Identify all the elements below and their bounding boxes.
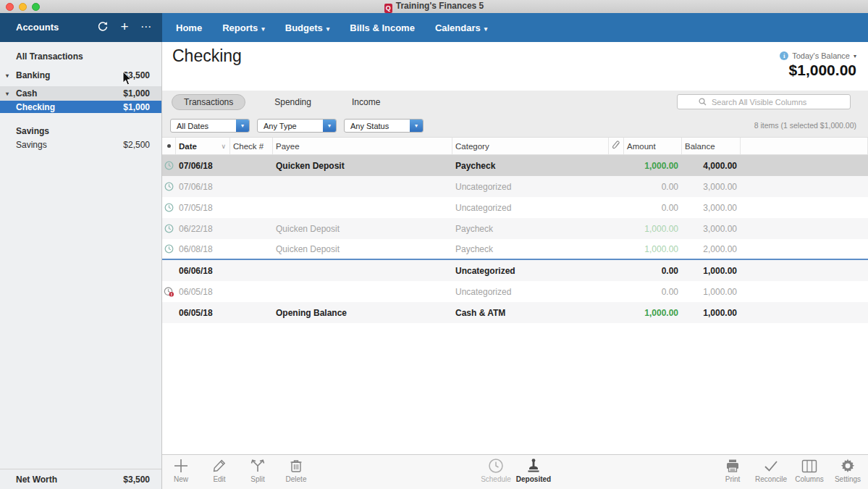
amount-cell: 0.00 [624, 197, 682, 218]
filter-select-any-type[interactable]: Any Type▾ [257, 119, 337, 133]
columns-button[interactable]: Columns [791, 457, 828, 483]
sidebar-item-checking[interactable]: Checking$1,000 [0, 101, 161, 113]
date-value: 06/05/18 [179, 308, 213, 318]
filter-select-any-status[interactable]: Any Status▾ [344, 119, 424, 133]
column-header-category[interactable]: Category [452, 138, 609, 154]
table-row[interactable]: 06/05/18Uncategorized0.001,000.00 [162, 281, 868, 302]
split-icon [239, 457, 277, 475]
attachment-cell [609, 218, 624, 239]
tab-spending[interactable]: Spending [263, 95, 323, 109]
sidebar-item-cash[interactable]: ▾Cash$1,000 [0, 86, 161, 101]
sidebar-item-value: $1,000 [123, 102, 150, 112]
payee-value: Opening Balance [276, 308, 347, 318]
settings-button[interactable]: Settings [829, 457, 867, 483]
deposited-button[interactable]: Deposited [515, 457, 552, 483]
toolbar-button-label: Edit [201, 475, 238, 483]
column-header-amount[interactable]: Amount [624, 138, 682, 154]
spacer-cell [741, 176, 868, 197]
add-account-button[interactable]: + [117, 20, 132, 34]
search-input[interactable] [710, 97, 829, 107]
more-options-button[interactable]: ⋯ [139, 20, 153, 34]
table-row[interactable]: 06/22/18Quicken DepositPaycheck1,000.003… [162, 218, 868, 239]
category-value: Cash & ATM [455, 308, 505, 318]
plus-icon [162, 457, 200, 475]
attachment-cell [609, 155, 624, 176]
category-value: Paycheck [455, 161, 495, 171]
sidebar-item-savings[interactable]: Savings$2,500 [0, 138, 161, 151]
reconcile-button[interactable]: Reconcile [752, 457, 790, 483]
schedule-button[interactable]: Schedule [477, 457, 515, 483]
category-value: Uncategorized [455, 182, 511, 192]
tab-transactions[interactable]: Transactions [172, 94, 245, 110]
date-cell: 07/06/18 [176, 155, 230, 176]
nav-item-label: Bills & Income [350, 22, 415, 33]
nav-item-reports[interactable]: Reports▾ [222, 22, 265, 33]
date-cell: 07/06/18 [176, 176, 230, 197]
sidebar-item-all-transactions[interactable]: All Transactions [0, 49, 161, 64]
printer-icon [714, 457, 751, 475]
column-header-status[interactable] [162, 138, 176, 154]
amount-value: 0.00 [662, 182, 678, 192]
payee-value: Quicken Deposit [276, 224, 340, 234]
balance-caret-icon[interactable]: ▾ [854, 53, 856, 59]
nav-item-bills-income[interactable]: Bills & Income [350, 22, 415, 33]
edit-button[interactable]: Edit [201, 457, 238, 483]
search-box[interactable] [677, 94, 851, 109]
column-header-spacer[interactable] [741, 138, 868, 154]
sidebar-item-label: Savings [16, 140, 47, 150]
balance-value: 4,000.00 [703, 161, 737, 171]
toolbar-button-label: Split [239, 475, 277, 483]
nav-item-label: Home [176, 22, 202, 33]
sidebar-item-label: Checking [16, 102, 55, 112]
toolbar-button-label: Columns [791, 475, 828, 483]
nav-item-home[interactable]: Home [176, 22, 202, 33]
clock-icon [477, 457, 515, 475]
split-button[interactable]: Split [239, 457, 277, 483]
clock-alert-icon [162, 281, 176, 302]
table-row[interactable]: 06/05/18Opening BalanceCash & ATM1,000.0… [162, 302, 868, 323]
balance-label[interactable]: Today's Balance [792, 51, 850, 60]
sidebar-item-banking[interactable]: ▾Banking$3,500 [0, 68, 161, 83]
balance-cell: 1,000.00 [682, 281, 741, 302]
filter-select-all-dates[interactable]: All Dates▾ [170, 119, 250, 133]
accounts-header: Accounts + ⋯ [0, 13, 162, 42]
chevron-down-icon: ▾ [261, 25, 265, 33]
tab-income[interactable]: Income [340, 95, 392, 109]
nav-item-calendars[interactable]: Calendars▾ [435, 22, 487, 33]
table-row[interactable]: 06/06/18Uncategorized0.001,000.00 [162, 260, 868, 281]
net-worth-label: Net Worth [16, 475, 57, 485]
spacer-cell [741, 281, 868, 302]
disclosure-triangle-icon[interactable]: ▾ [6, 72, 9, 79]
column-header-date[interactable]: Date∨ [176, 138, 230, 154]
info-icon[interactable]: i [780, 51, 788, 60]
delete-button[interactable]: Delete [277, 457, 315, 483]
column-header-attachment[interactable] [609, 138, 624, 154]
nav-item-label: Reports [222, 22, 258, 33]
balance-cell: 3,000.00 [682, 197, 741, 218]
toolbar-button-label: Deposited [515, 475, 552, 483]
balance-value: 3,000.00 [703, 182, 737, 192]
nav-item-budgets[interactable]: Budgets▾ [285, 22, 330, 33]
quicken-doc-icon: Q [384, 4, 392, 13]
new-button[interactable]: New [162, 457, 200, 483]
spacer-cell [741, 260, 868, 281]
column-header-balance[interactable]: Balance [682, 138, 741, 154]
table-row[interactable]: 06/08/18Quicken DepositPaycheck1,000.002… [162, 239, 868, 260]
print-button[interactable]: Print [714, 457, 751, 483]
balance-value: 1,000.00 [703, 308, 737, 318]
table-row[interactable]: 07/05/18Uncategorized0.003,000.00 [162, 197, 868, 218]
payee-value: Quicken Deposit [276, 244, 340, 254]
column-header-check[interactable]: Check # [230, 138, 273, 154]
column-header-label: Date [179, 142, 197, 151]
sidebar-item-savings[interactable]: Savings [0, 124, 161, 138]
sidebar-item-label: Banking [16, 70, 50, 80]
column-header-payee[interactable]: Payee [273, 138, 452, 154]
disclosure-triangle-icon[interactable]: ▾ [6, 91, 9, 97]
upcoming-clock-icon [162, 218, 176, 239]
attachment-cell [609, 239, 624, 259]
refresh-icon[interactable] [96, 20, 110, 34]
table-row[interactable]: 07/06/18Uncategorized0.003,000.00 [162, 176, 868, 197]
pencil-icon [201, 457, 238, 475]
amount-cell: 1,000.00 [624, 155, 682, 176]
table-row[interactable]: 07/06/18Quicken DepositPaycheck1,000.004… [162, 155, 868, 176]
